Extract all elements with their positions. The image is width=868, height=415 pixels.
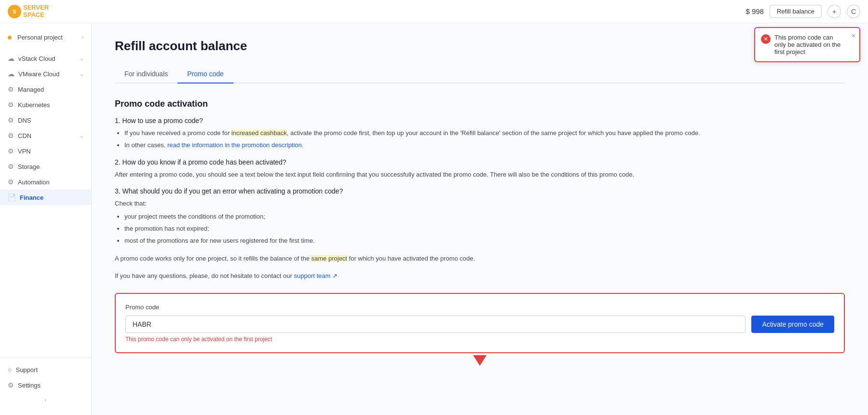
tab-individuals-label: For individuals — [124, 70, 168, 78]
tab-individuals[interactable]: For individuals — [115, 65, 177, 83]
sidebar-item-vpn[interactable]: ⚙ VPN — [0, 143, 91, 159]
page-title: Refill account balance — [115, 39, 247, 54]
project-dot — [8, 36, 12, 40]
kubernetes-icon: ⚙ — [8, 101, 14, 109]
sidebar-item-storage[interactable]: ⚙ Storage — [0, 159, 91, 174]
sidebar-vstack-label: vStack Cloud — [18, 55, 55, 62]
toast-message: This promo code can only be activated on… — [774, 34, 842, 55]
faq-list-1: If you have received a promo code for in… — [115, 128, 845, 151]
page-header: Refill account balance Terms of payment … — [115, 39, 845, 54]
sidebar-project-label: Personal project — [17, 34, 63, 41]
support-line: If you have any questions, please, do no… — [115, 271, 845, 281]
project-arrow: › — [82, 35, 83, 40]
support-arrow-icon: ↗ — [332, 272, 338, 279]
topbar: S SERVER SPACE $ 998 Refill balance + C — [0, 0, 868, 23]
tabs: For individuals Promo code — [115, 65, 845, 83]
faq-list-item: In other cases, read the information in … — [124, 140, 845, 151]
promo-error-text: This promo code can only be activated on… — [125, 336, 834, 343]
faq-question-2: 2. How do you know if a promo code has b… — [115, 158, 845, 166]
sidebar-item-automation[interactable]: ⚙ Automation — [0, 174, 91, 190]
sidebar-dns-label: DNS — [18, 117, 31, 124]
faq-list-item: the promotion has not expired; — [124, 224, 845, 234]
sidebar-item-cdn[interactable]: ⚙ CDN ⌄ — [0, 128, 91, 143]
sidebar-item-finance[interactable]: 📄 Finance — [0, 190, 91, 205]
section-title: Promo code activation — [115, 99, 845, 109]
storage-icon: ⚙ — [8, 163, 14, 170]
sidebar-item-managed[interactable]: ⚙ Managed — [0, 82, 91, 97]
sidebar-item-personal-project[interactable]: Personal project › — [0, 30, 91, 45]
promo-content: Promo code activation 1. How to use a pr… — [115, 99, 845, 355]
sidebar-item-vstack[interactable]: ☁ vStack Cloud ⌄ — [0, 51, 91, 66]
settings-icon: ⚙ — [8, 381, 14, 389]
sidebar-vpn-label: VPN — [18, 148, 31, 155]
dns-icon: ⚙ — [8, 116, 14, 124]
faq-list-3: your project meets the conditions of the… — [115, 212, 845, 246]
layout: Personal project › ☁ vStack Cloud ⌄ ☁ VM… — [0, 23, 868, 415]
support-link-label: support team — [294, 272, 330, 279]
sidebar-item-support[interactable]: ○ Support — [0, 362, 91, 377]
promo-code-box: Promo code Activate promo code This prom… — [115, 293, 845, 353]
add-icon[interactable]: + — [827, 5, 841, 18]
logo-initial: S — [13, 9, 16, 14]
faq-question-1: 1. How to use a promo code? — [115, 117, 845, 124]
managed-icon: ⚙ — [8, 85, 14, 93]
sidebar-automation-label: Automation — [18, 179, 50, 186]
vpn-icon: ⚙ — [8, 147, 14, 155]
arrow-head — [473, 355, 487, 366]
vmware-icon: ☁ — [8, 70, 14, 78]
sidebar-item-dns[interactable]: ⚙ DNS — [0, 112, 91, 128]
sidebar-settings-label: Settings — [18, 382, 41, 389]
toast-notification: ✕ This promo code can only be activated … — [754, 27, 860, 62]
cdn-icon: ⚙ — [8, 132, 14, 139]
collapse-icon: ‹ — [45, 397, 47, 403]
topbar-left: S SERVER SPACE — [8, 4, 49, 18]
faq-list-item: most of the promotions are for new users… — [124, 236, 845, 246]
sidebar: Personal project › ☁ vStack Cloud ⌄ ☁ VM… — [0, 23, 92, 415]
tab-promo[interactable]: Promo code — [177, 65, 233, 83]
sidebar-item-settings[interactable]: ⚙ Settings — [0, 377, 91, 393]
sidebar-item-vmware[interactable]: ☁ VMware Cloud ⌄ — [0, 66, 91, 82]
vmware-chevron: ⌄ — [80, 71, 83, 77]
sidebar-nav-section: ☁ vStack Cloud ⌄ ☁ VMware Cloud ⌄ ⚙ Mana… — [0, 48, 91, 208]
finance-icon: 📄 — [8, 194, 16, 201]
promotion-description-link[interactable]: read the information in the promotion de… — [167, 141, 304, 149]
cdn-chevron: ⌄ — [80, 133, 83, 138]
topbar-right: $ 998 Refill balance + C — [746, 5, 860, 18]
faq-text-3: A promo code works only for one project,… — [115, 254, 845, 264]
sidebar-vmware-label: VMware Cloud — [18, 70, 59, 78]
faq-question-3: 3. What should you do if you get an erro… — [115, 187, 845, 195]
support-text-before: If you have any questions, please, do no… — [115, 272, 292, 279]
faq-check-intro: Check that: — [115, 199, 845, 209]
logo: S SERVER SPACE — [8, 4, 49, 18]
sidebar-finance-label: Finance — [20, 194, 43, 201]
sidebar-project-section: Personal project › — [0, 27, 91, 48]
promo-code-input[interactable] — [125, 316, 746, 333]
promo-input-row: Activate promo code — [125, 316, 834, 333]
tab-promo-label: Promo code — [187, 70, 223, 78]
balance-display: $ 998 — [746, 7, 764, 15]
faq-list-item: If you have received a promo code for in… — [124, 128, 845, 138]
faq-text-2: After entering a promo code, you should … — [115, 170, 845, 180]
logo-text: SERVER SPACE — [23, 4, 49, 18]
sidebar-support-label: Support — [15, 366, 38, 374]
refill-balance-button[interactable]: Refill balance — [770, 5, 822, 18]
vstack-icon: ☁ — [8, 55, 14, 62]
sidebar-cdn-label: CDN — [18, 132, 31, 139]
user-icon[interactable]: C — [847, 5, 860, 18]
sidebar-footer: ○ Support ⚙ Settings ‹ — [0, 358, 91, 411]
sidebar-managed-label: Managed — [18, 86, 44, 93]
toast-close-button[interactable]: × — [852, 32, 855, 40]
activate-promo-button[interactable]: Activate promo code — [751, 316, 834, 333]
automation-icon: ⚙ — [8, 178, 14, 186]
support-team-link[interactable]: support team ↗ — [294, 272, 338, 279]
logo-icon: S — [8, 5, 21, 18]
sidebar-storage-label: Storage — [18, 163, 40, 170]
sidebar-collapse-button[interactable]: ‹ — [0, 393, 91, 407]
main-content: Refill account balance Terms of payment … — [92, 23, 868, 415]
promo-input-label: Promo code — [125, 304, 834, 311]
sidebar-kubernetes-label: Kubernetes — [18, 101, 50, 109]
faq-list-item: your project meets the conditions of the… — [124, 212, 845, 222]
support-icon: ○ — [8, 366, 12, 374]
sidebar-item-kubernetes[interactable]: ⚙ Kubernetes — [0, 97, 91, 112]
vstack-chevron: ⌄ — [80, 56, 83, 61]
